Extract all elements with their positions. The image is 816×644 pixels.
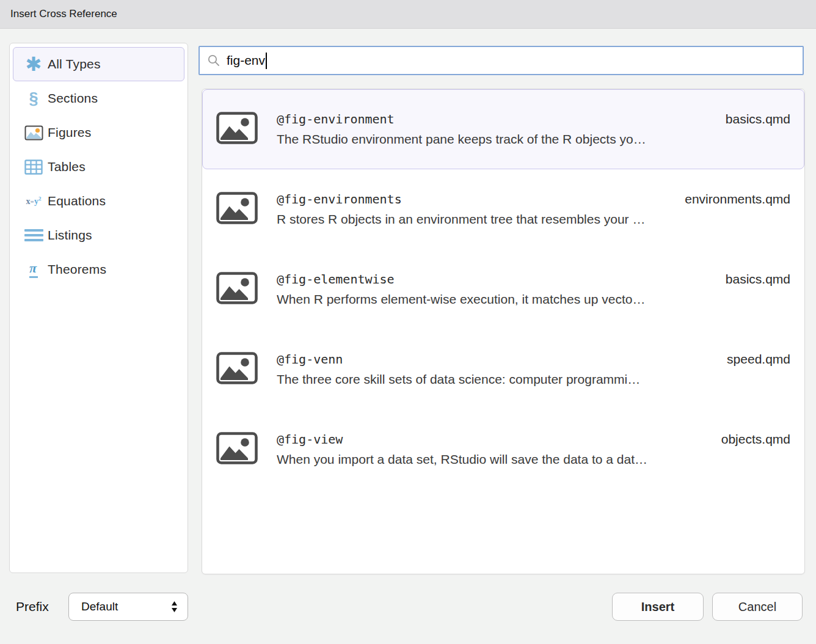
sidebar-item-label: Theorems <box>48 262 106 277</box>
search-icon <box>206 53 221 68</box>
sidebar-item-equations[interactable]: x=y2 Equations <box>13 184 184 218</box>
listing-icon <box>20 229 48 241</box>
image-icon <box>216 272 258 307</box>
sidebar-item-label: All Types <box>48 57 101 71</box>
section-icon: § <box>20 90 48 107</box>
reference-description: The RStudio environment pane keeps track… <box>277 132 790 147</box>
sidebar-item-theorems[interactable]: π Theorems <box>13 252 184 287</box>
reference-description: When R performs element-wise execution, … <box>277 292 790 307</box>
prefix-dropdown[interactable]: Default <box>68 593 188 621</box>
reference-file: basics.qmd <box>726 112 790 126</box>
sidebar-item-sections[interactable]: § Sections <box>13 81 184 115</box>
type-filter-sidebar: ✱ All Types § Sections Figures <box>9 43 188 573</box>
dialog-titlebar: Insert Cross Reference <box>0 0 816 29</box>
sidebar-item-label: Figures <box>48 125 91 140</box>
reference-id: @fig-environment <box>277 112 395 126</box>
dialog-title: Insert Cross Reference <box>10 8 117 20</box>
sidebar-item-all-types[interactable]: ✱ All Types <box>13 47 184 81</box>
figure-icon <box>20 125 48 141</box>
image-icon <box>216 352 258 387</box>
search-input[interactable]: fig-env <box>199 46 804 75</box>
sidebar-item-label: Sections <box>48 91 98 106</box>
reference-file: speed.qmd <box>727 352 790 367</box>
image-icon <box>216 112 258 147</box>
prefix-dropdown-value: Default <box>81 600 118 613</box>
result-row-fig-elementwise[interactable]: @fig-elementwise basics.qmd When R perfo… <box>202 249 804 329</box>
result-row-fig-environment[interactable]: @fig-environment basics.qmd The RStudio … <box>202 89 804 169</box>
theorem-icon: π <box>20 262 48 278</box>
table-icon <box>20 159 48 175</box>
result-row-fig-environments[interactable]: @fig-environments environments.qmd R sto… <box>202 169 804 249</box>
reference-description: When you import a data set, RStudio will… <box>277 452 790 467</box>
reference-description: R stores R objects in an environment tre… <box>277 212 790 227</box>
equation-icon: x=y2 <box>20 196 48 206</box>
sidebar-item-figures[interactable]: Figures <box>13 115 184 150</box>
insert-button[interactable]: Insert <box>612 593 704 621</box>
sidebar-item-label: Listings <box>48 228 92 243</box>
reference-file: basics.qmd <box>726 272 790 287</box>
image-icon <box>216 432 258 467</box>
prefix-label: Prefix <box>16 599 49 614</box>
sidebar-item-listings[interactable]: Listings <box>13 218 184 252</box>
search-query-text: fig-env <box>227 53 265 68</box>
sidebar-item-label: Equations <box>48 194 106 208</box>
reference-id: @fig-view <box>277 432 343 447</box>
result-row-fig-view[interactable]: @fig-view objects.qmd When you import a … <box>202 409 804 489</box>
sidebar-item-tables[interactable]: Tables <box>13 150 184 184</box>
reference-id: @fig-venn <box>277 352 343 367</box>
reference-file: environments.qmd <box>685 192 790 207</box>
cross-reference-results-list: @fig-environment basics.qmd The RStudio … <box>202 89 805 574</box>
reference-id: @fig-elementwise <box>277 272 395 287</box>
updown-arrows-icon <box>170 600 178 613</box>
asterisk-icon: ✱ <box>20 54 48 74</box>
reference-id: @fig-environments <box>277 192 402 207</box>
reference-description: The three core skill sets of data scienc… <box>277 372 790 387</box>
image-icon <box>216 192 258 227</box>
text-cursor <box>266 53 267 69</box>
cancel-button[interactable]: Cancel <box>712 593 803 621</box>
sidebar-item-label: Tables <box>48 159 86 174</box>
reference-file: objects.qmd <box>721 432 790 447</box>
result-row-fig-venn[interactable]: @fig-venn speed.qmd The three core skill… <box>202 329 804 409</box>
